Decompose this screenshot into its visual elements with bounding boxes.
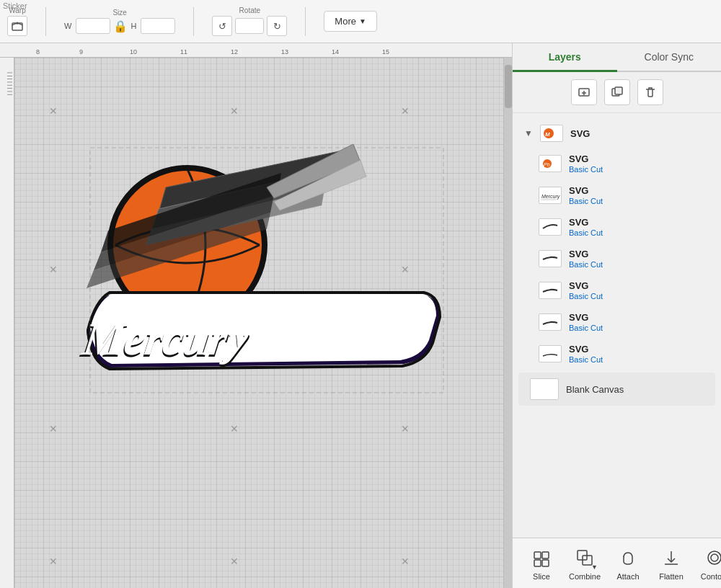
warp-group: Warp (7, 6, 27, 36)
divider1 (45, 7, 46, 36)
layer-child-3-thumb (539, 218, 562, 236)
layer-root[interactable]: ▼ M SVG (513, 119, 721, 148)
rotate-ccw-btn[interactable]: ↺ (212, 16, 232, 36)
cross-mark-6: ✕ (401, 264, 410, 275)
layer-child-1-thumb-svg: Ph (540, 156, 560, 171)
layer-child-4-thumb (539, 250, 562, 267)
layer-child-7-name: SVG (569, 344, 709, 355)
layer-child-2-thumb: Mercury (539, 187, 562, 204)
combine-icon: ▼ (573, 546, 596, 569)
slice-label: Slice (533, 572, 550, 581)
add-layer-btn[interactable] (571, 79, 597, 105)
layer-child-5-name: SVG (569, 280, 709, 291)
layer-child-7-info: SVG Basic Cut (569, 344, 709, 364)
layer-child-2-sub: Basic Cut (569, 197, 709, 205)
svg-point-29 (711, 554, 718, 561)
layer-child-3-sub: Basic Cut (569, 228, 709, 237)
blank-canvas-label: Blank Canvas (566, 384, 624, 395)
layer-child-5-thumb-svg (540, 283, 560, 298)
canvas-row: | | | | | | | | ✕ ✕ ✕ ✕ ✕ ✕ ✕ ✕ ✕ ✕ ✕ ✕ (0, 58, 512, 588)
size-group: Size W 🔒 H (64, 9, 175, 34)
svg-point-2 (108, 166, 267, 324)
more-label: More (335, 16, 356, 27)
layer-child-4-thumb-svg (540, 251, 560, 266)
ruler-tick-12: 12 (231, 48, 238, 55)
layer-child-7-sub: Basic Cut (569, 355, 709, 364)
layer-child-3-name: SVG (569, 217, 709, 228)
svg-rect-13 (615, 87, 622, 94)
contour-icon (703, 546, 721, 569)
layer-child-6[interactable]: SVG Basic Cut (513, 306, 721, 338)
layer-child-6-thumb (539, 313, 562, 331)
svg-rect-21 (542, 552, 549, 558)
lock-icon: 🔒 (113, 19, 128, 33)
layer-child-7-thumb (539, 345, 562, 362)
contour-label: Conto... (701, 572, 721, 581)
layer-root-name: SVG (570, 128, 709, 139)
svg-rect-20 (534, 552, 541, 558)
layer-child-5-info: SVG Basic Cut (569, 280, 709, 300)
scrollbar-thumb[interactable] (505, 65, 512, 108)
attach-svg-icon (618, 548, 638, 568)
svg-rect-22 (534, 560, 541, 566)
tab-color-sync[interactable]: Color Sync (617, 43, 722, 72)
scrollbar-vertical[interactable] (503, 58, 512, 588)
ruler-horizontal: 8 9 10 11 12 13 14 15 (0, 43, 512, 58)
logo-svg: Phoenix Mercury Mercury (50, 122, 454, 411)
svg-text:Mercury: Mercury (78, 315, 253, 367)
contour-btn[interactable]: Conto... (693, 546, 721, 581)
layer-child-7[interactable]: SVG Basic Cut (513, 338, 721, 370)
svg-text:Ph: Ph (544, 162, 550, 167)
layer-child-4[interactable]: SVG Basic Cut (513, 243, 721, 275)
add-layer-icon (578, 86, 590, 99)
ruler-tick-14: 14 (332, 48, 339, 55)
slice-btn[interactable]: Slice (520, 546, 563, 581)
layer-child-1[interactable]: Ph SVG Basic Cut (513, 148, 721, 179)
more-button[interactable]: More ▼ (324, 11, 377, 32)
ruler-tick-9: 9 (79, 48, 83, 55)
rotate-cw-btn[interactable]: ↻ (267, 16, 287, 36)
layer-child-6-name: SVG (569, 312, 709, 323)
sticker-label: Sticker (3, 1, 27, 10)
warp-icon-btn[interactable] (7, 16, 27, 36)
flatten-btn[interactable]: Flatten (650, 546, 693, 581)
cross-mark-12: ✕ (401, 556, 410, 567)
layer-child-3-info: SVG Basic Cut (569, 217, 709, 237)
attach-label: Attach (616, 572, 639, 581)
ruler-v-marks: | | | | | | | | (6, 72, 12, 95)
blank-canvas-item[interactable]: Blank Canvas (518, 373, 715, 406)
layer-child-2[interactable]: Mercury SVG Basic Cut (513, 179, 721, 211)
layer-child-4-name: SVG (569, 249, 709, 259)
layer-child-2-name: SVG (569, 185, 709, 196)
layer-child-1-info: SVG Basic Cut (569, 153, 709, 174)
grid-canvas[interactable]: ✕ ✕ ✕ ✕ ✕ ✕ ✕ ✕ ✕ ✕ ✕ ✕ (14, 58, 503, 588)
cross-mark-9: ✕ (401, 423, 410, 435)
layer-root-thumb: M (540, 125, 563, 142)
layer-child-6-info: SVG Basic Cut (569, 312, 709, 332)
width-input[interactable] (76, 18, 110, 34)
svg-text:M: M (545, 131, 550, 138)
combine-dropdown-arrow: ▼ (591, 564, 598, 571)
ruler-vertical: | | | | | | | | (0, 58, 14, 588)
combine-btn[interactable]: ▼ Combine (563, 546, 606, 581)
height-input[interactable] (141, 18, 175, 34)
h-label: H (131, 22, 136, 30)
duplicate-layer-btn[interactable] (604, 79, 630, 105)
panel-tabs: Layers Color Sync (513, 43, 721, 72)
layer-child-5[interactable]: SVG Basic Cut (513, 275, 721, 306)
logo-container[interactable]: Phoenix Mercury Mercury (43, 115, 461, 418)
rotate-input[interactable] (235, 18, 264, 34)
layer-child-2-info: SVG Basic Cut (569, 185, 709, 205)
tab-layers[interactable]: Layers (513, 43, 617, 72)
layer-child-3[interactable]: SVG Basic Cut (513, 211, 721, 243)
slice-icon (530, 546, 553, 569)
layer-child-1-thumb: Ph (539, 155, 562, 172)
main-area: 8 9 10 11 12 13 14 15 | | | | | | | | ✕ … (0, 43, 721, 588)
right-panel: Layers Color Sync (512, 43, 721, 588)
contour-svg-icon (704, 548, 721, 568)
attach-btn[interactable]: Attach (606, 546, 650, 581)
svg-point-28 (708, 551, 721, 564)
svg-text:Mercury: Mercury (79, 313, 252, 365)
delete-layer-btn[interactable] (637, 79, 663, 105)
ruler-tick-10: 10 (130, 48, 137, 55)
